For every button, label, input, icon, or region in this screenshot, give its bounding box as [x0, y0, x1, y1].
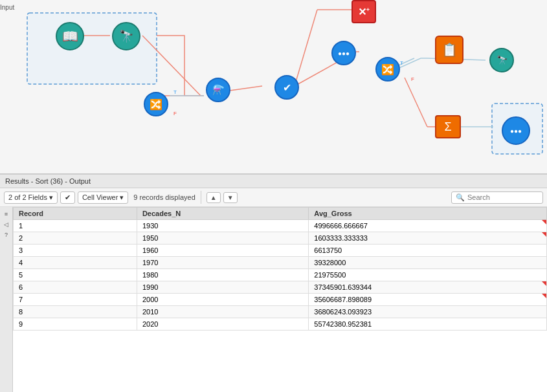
cell-decades-n: 1990 — [137, 281, 308, 294]
table-row: 219501603333.333333 — [14, 232, 547, 245]
svg-rect-0 — [27, 13, 157, 84]
cell-decades-n: 1930 — [137, 220, 308, 232]
cell-avg-gross: 37345901.639344 — [309, 281, 547, 294]
svg-text:F: F — [411, 76, 414, 82]
cell-avg-gross: 21975500 — [309, 269, 547, 281]
sigma-node[interactable]: Σ — [435, 115, 461, 138]
cell-avg-gross: 39328000 — [309, 257, 547, 269]
svg-text:F: F — [173, 111, 177, 116]
search-icon: 🔍 — [456, 193, 465, 202]
data-table: Record Decades_N Avg_Gross 119304996666.… — [13, 207, 547, 331]
switch-node-1[interactable]: 🔀 — [144, 92, 168, 116]
fields-dropdown-btn[interactable]: 2 of 2 Fields ▾ — [4, 191, 58, 204]
col-header-decades-n[interactable]: Decades_N — [137, 208, 308, 220]
col-header-record[interactable]: Record — [14, 208, 137, 220]
red-flag-indicator — [542, 281, 546, 286]
cell-avg-gross: 4996666.666667 — [309, 220, 547, 232]
table-row: 119304996666.666667 — [14, 220, 547, 232]
table-row: 4197039328000 — [14, 257, 547, 269]
fields-chevron-icon: ▾ — [49, 193, 53, 202]
workflow-canvas[interactable]: T F T F Input 📖 🔭 🔀 ⚗️ ✔ ✕+ ●●● 🔀 — [0, 0, 547, 175]
binoculars-node-1[interactable]: 🔭 — [112, 22, 140, 50]
viewer-dropdown-btn[interactable]: Cell Viewer ▾ — [78, 191, 128, 204]
left-icon-back[interactable]: ◁ — [2, 220, 11, 229]
cell-decades-n: 1960 — [137, 245, 308, 257]
left-icon-menu[interactable]: ≡ — [2, 210, 11, 219]
cell-decades-n: 1970 — [137, 257, 308, 269]
dots-node-1[interactable]: ●●● — [331, 41, 356, 65]
cell-avg-gross: 36806243.093923 — [309, 306, 547, 318]
sort-desc-btn[interactable]: ▼ — [223, 192, 238, 203]
cell-record: 1 — [14, 220, 137, 232]
svg-line-7 — [295, 10, 317, 86]
lab-node[interactable]: ⚗️ — [206, 78, 230, 102]
table-row: 6199037345901.639344 — [14, 281, 547, 294]
cell-decades-n: 1980 — [137, 269, 308, 281]
results-panel: Results - Sort (36) - Output 2 of 2 Fiel… — [0, 175, 547, 392]
search-input[interactable] — [467, 193, 539, 201]
svg-line-20 — [405, 78, 427, 127]
report-node[interactable]: 📋 — [435, 36, 463, 64]
cell-decades-n: 1950 — [137, 232, 308, 245]
cell-record: 8 — [14, 306, 137, 318]
cell-avg-gross: 35606687.898089 — [309, 294, 547, 306]
left-icon-help[interactable]: ? — [2, 230, 11, 239]
cell-avg-gross: 1603333.333333 — [309, 232, 547, 245]
cell-decades-n: 2000 — [137, 294, 308, 306]
cell-avg-gross: 55742380.952381 — [309, 318, 547, 331]
data-table-container[interactable]: Record Decades_N Avg_Gross 119304996666.… — [13, 207, 547, 392]
cell-decades-n: 2020 — [137, 318, 308, 331]
toolbar-separator-1 — [201, 191, 201, 204]
cell-record: 7 — [14, 294, 137, 306]
table-body: 119304996666.666667219501603333.33333331… — [14, 220, 547, 331]
cell-record: 6 — [14, 281, 137, 294]
binoculars-node-2[interactable]: 🔭 — [489, 48, 514, 72]
cell-record: 4 — [14, 257, 137, 269]
table-row: 7200035606687.898089 — [14, 294, 547, 306]
search-box: 🔍 — [451, 191, 543, 204]
toolbar: 2 of 2 Fields ▾ ✔ Cell Viewer ▾ 9 record… — [0, 188, 547, 207]
book-node[interactable]: 📖 — [56, 22, 84, 50]
check-node[interactable]: ✔ — [274, 75, 299, 100]
cell-record: 2 — [14, 232, 137, 245]
results-title: Results - Sort (36) - Output — [5, 177, 91, 185]
input-label: Input — [0, 4, 14, 11]
red-flag-indicator — [542, 294, 546, 298]
checkmark-btn[interactable]: ✔ — [60, 191, 75, 204]
cell-decades-n: 2010 — [137, 306, 308, 318]
col-header-avg-gross[interactable]: Avg_Gross — [309, 208, 547, 220]
cell-record: 9 — [14, 318, 137, 331]
fields-label: 2 of 2 Fields — [8, 193, 47, 201]
table-header-row: Record Decades_N Avg_Gross — [14, 208, 547, 220]
cell-avg-gross: 6613750 — [309, 245, 547, 257]
table-row: 319606613750 — [14, 245, 547, 257]
output-dots-node[interactable]: ●●● — [502, 116, 530, 145]
viewer-chevron-icon: ▾ — [120, 193, 124, 202]
svg-line-3 — [142, 36, 201, 96]
svg-text:T: T — [400, 60, 403, 66]
table-row: 9202055742380.952381 — [14, 318, 547, 331]
red-flag-indicator — [542, 232, 546, 237]
cross-plus-node[interactable]: ✕+ — [352, 0, 376, 23]
cell-record: 3 — [14, 245, 137, 257]
svg-text:T: T — [173, 89, 177, 95]
results-body: ≡ ◁ ? Record Decades_N Avg_Gross 1193049… — [0, 207, 547, 392]
table-row: 5198021975500 — [14, 269, 547, 281]
red-flag-indicator — [542, 220, 546, 224]
switch-node-2[interactable]: 🔀 — [375, 57, 400, 82]
table-row: 8201036806243.093923 — [14, 306, 547, 318]
svg-line-6 — [230, 86, 262, 91]
sort-asc-btn[interactable]: ▲ — [207, 192, 221, 203]
results-title-bar: Results - Sort (36) - Output — [0, 175, 547, 188]
viewer-label: Cell Viewer — [82, 193, 118, 201]
records-count: 9 records displayed — [133, 193, 195, 201]
cell-record: 5 — [14, 269, 137, 281]
results-left-icons: ≡ ◁ ? — [0, 207, 13, 392]
